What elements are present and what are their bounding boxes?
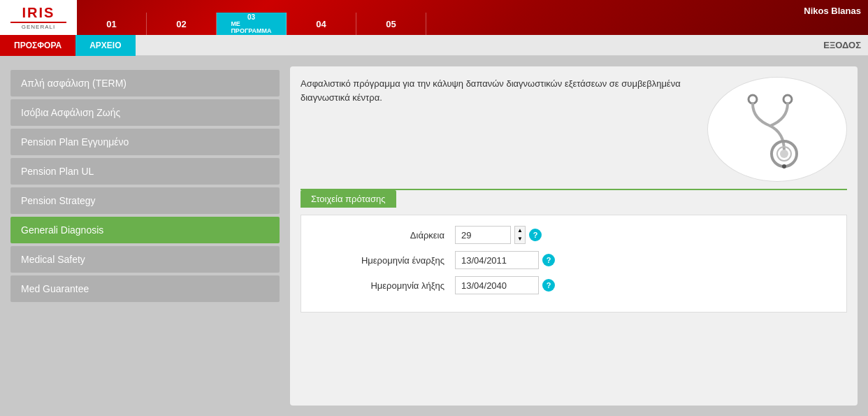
duration-spinner[interactable]: ▲ ▼	[514, 226, 526, 244]
logo-area: IRIS GENERALI	[0, 0, 77, 35]
step-tab-03[interactable]: 03 ΜΕΠΡΟΓΡΑΜΜΑ	[217, 13, 287, 35]
step-tab-04[interactable]: 04	[287, 13, 356, 35]
sidebar-item-pension-plan-ul-label: Pension Plan UL	[21, 166, 94, 177]
form-section: Διάρκεια ▲ ▼ ? Ημερομηνία έναρξης ?	[301, 215, 847, 313]
step-01-number: 01	[106, 19, 116, 29]
step-tab-02[interactable]: 02	[147, 13, 217, 35]
duration-label: Διάρκεια	[315, 230, 455, 241]
step-03-sublabel: ΜΕΠΡΟΓΡΑΜΜΑ	[231, 21, 271, 35]
duration-input-group: ▲ ▼ ?	[455, 226, 542, 244]
tab-section: Στοιχεία πρότασης	[301, 189, 847, 208]
form-row-end-date: Ημερομηνία λήξης ?	[315, 276, 832, 294]
description-area: Ασφαλιστικό πρόγραμμα για την κάλυψη δαπ…	[301, 77, 847, 182]
step-03-number: 03	[247, 13, 255, 21]
main-content: Απλή ασφάλιση (TERM) Ισόβια Ασφάλιση Ζωή…	[0, 56, 868, 416]
form-row-start-date: Ημερομηνία έναρξης ?	[315, 251, 832, 269]
sidebar-item-isavia[interactable]: Ισόβια Ασφάλιση Ζωής	[10, 99, 280, 126]
sidebar-item-term[interactable]: Απλή ασφάλιση (TERM)	[10, 70, 280, 96]
header: IRIS GENERALI 01 02 03 ΜΕΠΡΟΓΡΑΜΜΑ 04 05…	[0, 0, 868, 35]
svg-point-4	[780, 150, 788, 158]
exit-button[interactable]: ΕΞΟΔΟΣ	[823, 40, 861, 50]
sidebar-item-pension-plan-eg[interactable]: Pension Plan Εγγυημένο	[10, 129, 280, 155]
logo-generali: GENERALI	[22, 24, 55, 30]
logo-iris: IRIS	[22, 5, 55, 21]
sidebar-item-term-label: Απλή ασφάλιση (TERM)	[21, 78, 126, 89]
end-date-input-group: ?	[455, 276, 555, 294]
tab-header[interactable]: Στοιχεία πρότασης	[301, 190, 396, 208]
sidebar-item-pension-strategy[interactable]: Pension Strategy	[10, 187, 280, 214]
header-user: Nikos Blanas	[804, 6, 861, 16]
prosofora-button[interactable]: ΠΡΟΣΦΟΡΑ	[0, 35, 75, 56]
step-tab-01[interactable]: 01	[77, 13, 147, 35]
end-date-info-icon[interactable]: ?	[542, 279, 555, 292]
duration-info-icon[interactable]: ?	[529, 229, 542, 241]
start-date-input[interactable]	[455, 251, 539, 269]
arxeio-button[interactable]: ΑΡΧΕΙΟ	[75, 35, 135, 56]
description-text: Ασφαλιστικό πρόγραμμα για την κάλυψη δαπ…	[301, 77, 700, 104]
end-date-input[interactable]	[455, 276, 539, 294]
spinner-up-icon[interactable]: ▲	[515, 227, 525, 235]
logo-line	[10, 22, 66, 23]
sidebar-item-medical-safety-label: Medical Safety	[21, 254, 85, 265]
sidebar-item-generali-diagnosis-label: Generali Diagnosis	[21, 224, 103, 236]
sidebar-item-pension-plan-eg-label: Pension Plan Εγγυημένο	[21, 136, 129, 148]
svg-point-5	[782, 164, 786, 168]
sidebar-item-medical-safety[interactable]: Medical Safety	[10, 246, 280, 273]
step-05-number: 05	[386, 19, 396, 29]
step-02-number: 02	[176, 19, 186, 29]
sidebar-item-pension-strategy-label: Pension Strategy	[21, 195, 96, 206]
step-03-label: 03 ΜΕΠΡΟΓΡΑΜΜΑ	[231, 13, 271, 35]
sidebar-item-pension-plan-ul[interactable]: Pension Plan UL	[10, 158, 280, 185]
product-image	[707, 77, 847, 182]
navbar: ΠΡΟΣΦΟΡΑ ΑΡΧΕΙΟ ΕΞΟΔΟΣ	[0, 35, 868, 56]
sidebar-item-isavia-label: Ισόβια Ασφάλιση Ζωής	[21, 107, 120, 118]
end-date-label: Ημερομηνία λήξης	[315, 280, 455, 291]
right-panel: Ασφαλιστικό πρόγραμμα για την κάλυψη δαπ…	[290, 66, 858, 406]
start-date-input-group: ?	[455, 251, 555, 269]
sidebar-item-med-guarantee[interactable]: Med Guarantee	[10, 275, 280, 302]
step-04-number: 04	[316, 19, 326, 29]
header-steps: 01 02 03 ΜΕΠΡΟΓΡΑΜΜΑ 04 05	[77, 0, 868, 35]
sidebar-item-generali-diagnosis[interactable]: Generali Diagnosis	[10, 217, 280, 243]
sidebar: Απλή ασφάλιση (TERM) Ισόβια Ασφάλιση Ζωή…	[10, 66, 280, 406]
sidebar-item-med-guarantee-label: Med Guarantee	[21, 283, 89, 294]
form-row-duration: Διάρκεια ▲ ▼ ?	[315, 226, 832, 244]
duration-input[interactable]	[455, 226, 511, 244]
spinner-down-icon[interactable]: ▼	[515, 235, 525, 243]
start-date-label: Ημερομηνία έναρξης	[315, 255, 455, 266]
stethoscope-icon	[721, 84, 833, 175]
step-tab-05[interactable]: 05	[356, 13, 426, 35]
start-date-info-icon[interactable]: ?	[542, 254, 555, 266]
